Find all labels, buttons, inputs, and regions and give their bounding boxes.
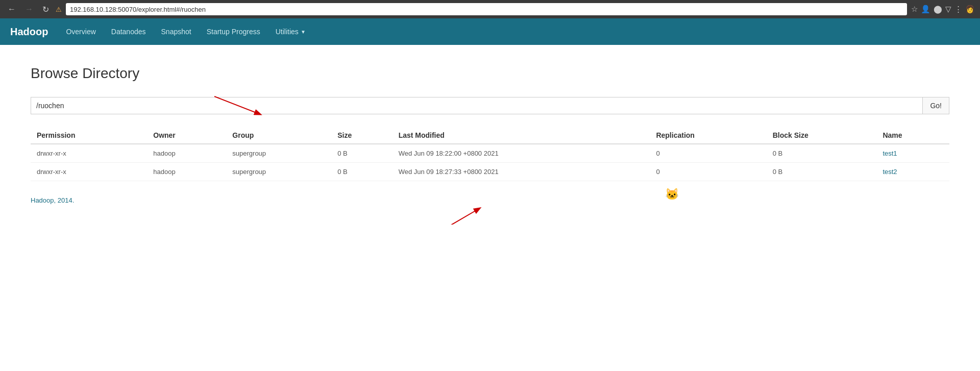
cell-block-size: 0 B	[767, 163, 877, 181]
name-link-test2[interactable]: test2	[883, 168, 897, 176]
table-row: drwxr-xr-x hadoop supergroup 0 B Wed Jun…	[31, 144, 949, 163]
nav-startup-progress[interactable]: Startup Progress	[199, 18, 268, 45]
col-owner: Owner	[147, 127, 226, 144]
cell-name: test1	[876, 144, 949, 163]
nav-snapshot[interactable]: Snapshot	[154, 18, 199, 45]
cell-group: supergroup	[226, 163, 331, 181]
dropdown-arrow-icon: ▼	[301, 29, 306, 35]
back-button[interactable]: ←	[5, 4, 18, 15]
col-group: Group	[226, 127, 331, 144]
cell-block-size: 0 B	[767, 144, 877, 163]
browser-actions: ☆ 👤 ⬤ ▽ ⋮ 👩	[911, 5, 975, 14]
svg-line-3	[419, 208, 480, 225]
cell-owner: hadoop	[147, 163, 226, 181]
nav-overview[interactable]: Overview	[58, 18, 103, 45]
cell-replication: 0	[650, 163, 766, 181]
extension-icon[interactable]: ▽	[945, 5, 951, 14]
reload-button[interactable]: ↻	[40, 4, 52, 15]
utilities-label: Utilities	[276, 28, 299, 36]
col-name: Name	[876, 127, 949, 144]
col-permission: Permission	[31, 127, 147, 144]
profile-icon[interactable]: 👤	[921, 5, 930, 14]
forward-button[interactable]: →	[22, 4, 36, 15]
path-row: Go!	[31, 97, 949, 114]
cell-last-modified: Wed Jun 09 18:27:33 +0800 2021	[393, 163, 650, 181]
nav-datanodes[interactable]: Datanodes	[104, 18, 154, 45]
page-title: Browse Directory	[31, 65, 949, 82]
chrome-logo: ⬤	[934, 5, 942, 14]
table-row: drwxr-xr-x hadoop supergroup 0 B Wed Jun…	[31, 163, 949, 181]
security-icon: ⚠	[56, 6, 62, 13]
col-block-size: Block Size	[767, 127, 877, 144]
cell-group: supergroup	[226, 144, 331, 163]
address-bar[interactable]: 192.168.10.128:50070/explorer.html#/ruoc…	[66, 3, 907, 15]
navbar-brand[interactable]: Hadoop	[10, 26, 48, 38]
cell-replication: 0	[650, 144, 766, 163]
cell-size: 0 B	[331, 144, 392, 163]
cell-permission: drwxr-xr-x	[31, 144, 147, 163]
navbar: Hadoop Overview Datanodes Snapshot Start…	[0, 18, 980, 45]
cell-owner: hadoop	[147, 144, 226, 163]
user-avatar: 👩	[965, 5, 975, 14]
bookmark-icon[interactable]: ☆	[911, 5, 918, 14]
menu-icon[interactable]: ⋮	[954, 5, 962, 14]
cell-size: 0 B	[331, 163, 392, 181]
col-size: Size	[331, 127, 392, 144]
nav-utilities[interactable]: Utilities ▼	[268, 18, 313, 45]
main-content: Browse Directory Go! Permission Owner Gr…	[0, 45, 980, 225]
browser-chrome: ← → ↻ ⚠ 192.168.10.128:50070/explorer.ht…	[0, 0, 980, 18]
directory-table: Permission Owner Group Size Last Modifie…	[31, 127, 949, 181]
cell-permission: drwxr-xr-x	[31, 163, 147, 181]
col-replication: Replication	[650, 127, 766, 144]
cell-last-modified: Wed Jun 09 18:22:00 +0800 2021	[393, 144, 650, 163]
name-link-test1[interactable]: test1	[883, 150, 897, 157]
table-header-row: Permission Owner Group Size Last Modifie…	[31, 127, 949, 144]
footer: Hadoop, 2014.	[31, 196, 949, 204]
cat-icon: 🐱	[665, 188, 679, 201]
col-last-modified: Last Modified	[393, 127, 650, 144]
go-button[interactable]: Go!	[923, 97, 949, 114]
path-input[interactable]	[31, 97, 923, 114]
cell-name: test2	[876, 163, 949, 181]
